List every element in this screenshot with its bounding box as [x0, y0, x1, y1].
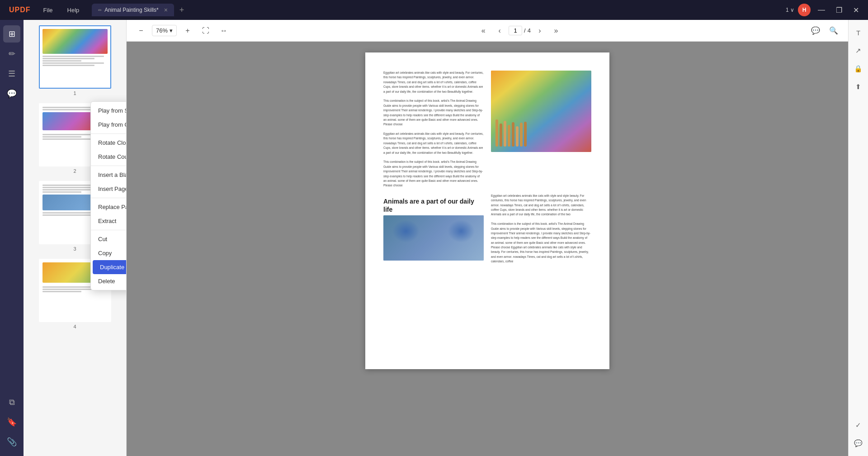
share-button[interactable]: ⬆ [851, 80, 866, 94]
minimize-button[interactable]: — [814, 4, 829, 16]
menu-extract[interactable]: Extract [91, 214, 127, 228]
thumbnail-img-1 [40, 26, 110, 88]
menu-help[interactable]: Help [62, 5, 85, 15]
menu-insert-from-file-label: Insert Pages from File... [98, 185, 127, 192]
thumbnail-panel: 1 2 [24, 20, 127, 456]
pdf-viewer[interactable]: Egyptian art celebrates animals like cat… [127, 42, 848, 456]
page-number-3: 3 [73, 246, 76, 252]
menu-replace-pages[interactable]: Replace Pages... [91, 200, 127, 214]
page-separator: / [524, 27, 526, 34]
sidebar-item-layers[interactable]: ⧉ [3, 394, 20, 411]
app-logo: UPDF [5, 6, 34, 14]
menu-delete-label: Delete [98, 278, 115, 285]
titlebar: UPDF File Help ✏ Animal Painting Skills*… [0, 0, 868, 20]
menu-delete[interactable]: Delete Del [91, 274, 127, 288]
pdf-text-5: Egyptian art celebrates animals like cat… [491, 194, 591, 217]
titlebar-controls: 1 ∨ H — ❐ ✕ [786, 4, 863, 16]
thumb-line [42, 62, 104, 64]
content-area: − 76% ▾ + ⛶ ↔ « ‹ / 4 › » 💬 🔍 [127, 20, 848, 456]
sidebar-item-bookmark[interactable]: 🔖 [3, 413, 20, 431]
nav-down-button[interactable]: › [533, 24, 547, 38]
pdf-page-1: Egyptian art celebrates animals like cat… [365, 52, 609, 369]
check-button[interactable]: ✓ [851, 418, 866, 432]
export-button[interactable]: ↗ [851, 43, 866, 58]
menu-divider-4 [91, 230, 127, 230]
nav-last-button[interactable]: » [549, 24, 563, 38]
menu-replace-pages-label: Replace Pages... [98, 204, 127, 210]
menu-play-from-current-label: Play from Current Slide [98, 121, 127, 128]
zoom-level-text: 76% [156, 27, 168, 34]
sidebar-item-thumbnails[interactable]: ⊞ [3, 25, 20, 43]
page-navigation: « ‹ / 4 › » [476, 24, 563, 38]
nav-up-button[interactable]: ‹ [492, 24, 507, 38]
menu-divider-3 [91, 198, 127, 198]
menu-file[interactable]: File [38, 5, 58, 15]
zoom-display[interactable]: 76% ▾ [152, 25, 177, 36]
menu-rotate-ccw-label: Rotate Counterclockwise [98, 153, 127, 160]
menu-extract-label: Extract [98, 218, 116, 224]
thumb-line [42, 56, 104, 57]
zoom-out-button[interactable]: − [134, 24, 148, 38]
page-number-1: 1 [73, 90, 76, 96]
menu-insert-blank-label: Insert a Blank Page [98, 171, 127, 178]
menu-rotate-cw[interactable]: Rotate Clockwise [91, 136, 127, 150]
page-number-4: 4 [73, 324, 76, 329]
nav-first-button[interactable]: « [476, 24, 491, 38]
menu-insert-blank[interactable]: Insert a Blank Page [91, 168, 127, 182]
pdf-text-1: Egyptian art celebrates animals like cat… [383, 71, 484, 94]
context-menu: Play from Start Ctrl+Shift+Enter Play fr… [90, 101, 127, 290]
page-total: 4 [528, 27, 531, 34]
new-tab-button[interactable]: + [179, 5, 184, 15]
page-number-2: 2 [73, 168, 76, 174]
thumb-line [42, 60, 81, 62]
menu-copy[interactable]: Copy Ctrl+C [91, 246, 127, 260]
document-tab[interactable]: ✏ Animal Painting Skills* × [92, 4, 174, 16]
pdf-color-palette-img [491, 71, 591, 152]
menu-insert-from-file[interactable]: Insert Pages from File... [91, 182, 127, 196]
pdf-text-6: This combination is the subject of this … [491, 222, 591, 264]
menu-duplicate-label: Duplicate [100, 264, 124, 271]
tab-title: Animal Painting Skills* [104, 7, 158, 13]
thumb-line [42, 58, 94, 59]
main-layout: ⊞ ✏ ☰ 💬 ⧉ 🔖 📎 [0, 20, 868, 456]
pdf-right-image [491, 71, 591, 188]
search-button[interactable]: 🔍 [826, 24, 841, 38]
thumbnail-page-1[interactable]: 1 [27, 24, 123, 98]
protect-button[interactable]: 🔒 [851, 62, 866, 76]
thumb-line [42, 191, 81, 193]
fit-page-button[interactable]: ⛶ [198, 24, 213, 38]
sidebar-item-edit[interactable]: ✏ [3, 45, 20, 62]
thumbnail-wrapper-1 [39, 25, 111, 89]
close-button[interactable]: ✕ [849, 4, 863, 16]
menu-cut[interactable]: Cut Ctrl+X [91, 232, 127, 246]
sidebar-item-comment[interactable]: 💬 [3, 85, 20, 102]
menu-rotate-ccw[interactable]: Rotate Counterclockwise [91, 150, 127, 164]
zoom-in-button[interactable]: + [180, 24, 195, 38]
thumb-line [42, 138, 94, 140]
thumb-line [42, 212, 94, 214]
menu-rotate-cw-label: Rotate Clockwise [98, 139, 127, 146]
sidebar-icons: ⊞ ✏ ☰ 💬 ⧉ 🔖 📎 [0, 20, 24, 456]
thumb-line [42, 65, 94, 66]
chat-button[interactable]: 💬 [851, 436, 866, 451]
comment-button[interactable]: 💬 [808, 24, 823, 38]
sidebar-item-list[interactable]: ☰ [3, 65, 20, 82]
thumb-color-strip-1 [42, 29, 108, 54]
ocr-button[interactable]: T [851, 25, 866, 40]
pdf-bottom-left: Animals are a part of our daily life [383, 194, 484, 264]
sidebar-item-attachment[interactable]: 📎 [3, 433, 20, 451]
menu-play-from-current[interactable]: Play from Current Slide Ctrl+Enter [91, 118, 127, 132]
pdf-butterfly-img [383, 215, 484, 261]
fit-width-button[interactable]: ↔ [217, 24, 231, 38]
menu-duplicate[interactable]: Duplicate [93, 260, 127, 274]
user-avatar[interactable]: H [798, 4, 811, 16]
menu-copy-label: Copy [98, 250, 112, 256]
tab-close-button[interactable]: × [164, 6, 168, 14]
page-indicator: 1 ∨ [786, 7, 794, 13]
pdf-text-3: Egyptian art celebrates animals like cat… [383, 132, 484, 155]
current-page-input[interactable] [509, 26, 522, 35]
menu-play-from-start[interactable]: Play from Start Ctrl+Shift+Enter [91, 104, 127, 118]
zoom-dropdown-icon: ▾ [170, 27, 173, 34]
restore-button[interactable]: ❐ [832, 4, 846, 16]
menu-divider-1 [91, 133, 127, 134]
